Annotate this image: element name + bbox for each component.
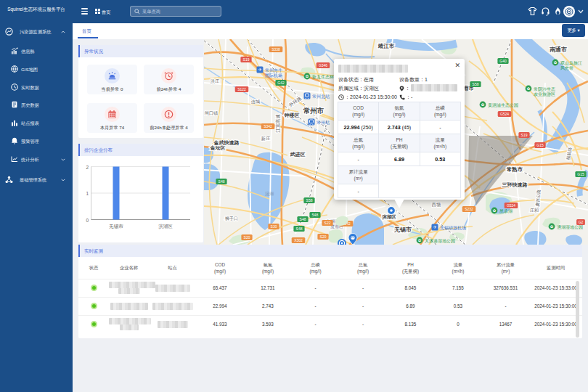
svg-text:金武快速路: 金武快速路 (213, 140, 240, 146)
svg-text:常阴沙生态: 常阴沙生态 (534, 86, 555, 92)
svg-text:S20: S20 (320, 234, 327, 239)
svg-text:新龙生态林: 新龙生态林 (312, 74, 335, 79)
svg-text:✿: ✿ (418, 238, 422, 242)
svg-text:庄和: 庄和 (530, 208, 539, 213)
svg-text:G2: G2 (579, 220, 584, 224)
svg-text:2: 2 (86, 165, 89, 170)
svg-text:S58: S58 (473, 82, 479, 86)
svg-text:连城: 连城 (251, 99, 261, 105)
svg-text:国际机场: 国际机场 (265, 73, 282, 78)
svg-text:✿: ✿ (527, 86, 531, 91)
svg-text:S342: S342 (264, 124, 272, 128)
svg-text:G15: G15 (536, 143, 544, 147)
svg-text:S48: S48 (219, 179, 225, 184)
svg-text:✿: ✿ (481, 102, 485, 107)
svg-text:常州市: 常州市 (303, 107, 324, 115)
svg-text:G15: G15 (577, 172, 584, 176)
svg-text:三环快速路: 三环快速路 (502, 182, 528, 188)
svg-text:双山岛旅江: 双山岛旅江 (560, 60, 582, 65)
svg-text:江宜高速: 江宜高速 (275, 114, 281, 133)
svg-text:黄泗浦生态公园: 黄泗浦生态公园 (488, 102, 518, 108)
svg-text:金坛区: 金坛区 (210, 145, 226, 151)
svg-text:常州站: 常州站 (317, 121, 330, 126)
svg-text:S19: S19 (243, 57, 250, 62)
svg-text:S48: S48 (296, 226, 303, 231)
svg-text:S48: S48 (300, 217, 306, 221)
svg-text:✿: ✿ (554, 60, 558, 65)
svg-text:S19: S19 (521, 133, 528, 137)
svg-text:昆承湖: 昆承湖 (499, 209, 513, 214)
svg-text:滆湖: 滆湖 (265, 192, 274, 196)
svg-text:S20: S20 (244, 235, 250, 240)
svg-text:G524: G524 (507, 203, 515, 208)
svg-text:西塘: 西塘 (431, 202, 441, 208)
svg-text:✿: ✿ (493, 208, 497, 213)
svg-text:S30: S30 (271, 224, 277, 229)
svg-text:滨湖区: 滨湖区 (382, 214, 396, 220)
svg-text:靖江市: 靖江市 (377, 43, 395, 49)
svg-text:S22: S22 (324, 221, 331, 225)
svg-text:无锡硕放机场: 无锡硕放机场 (440, 225, 466, 231)
svg-text:0: 0 (86, 218, 89, 223)
svg-text:S122: S122 (237, 87, 246, 91)
svg-text:狮子口: 狮子口 (225, 216, 238, 221)
svg-text:✿: ✿ (550, 224, 554, 229)
svg-text:南通市: 南通市 (550, 46, 567, 53)
svg-text:风光带: 风光带 (560, 66, 573, 71)
svg-text:548: 548 (312, 213, 319, 217)
svg-text:农业旅游区: 农业旅游区 (534, 91, 555, 97)
svg-text:1: 1 (86, 191, 89, 196)
svg-text:G524: G524 (500, 112, 509, 116)
svg-text:S58: S58 (306, 198, 313, 203)
svg-text:常州奔牛: 常州奔牛 (265, 68, 282, 73)
svg-text:S338: S338 (271, 47, 280, 52)
svg-text:✈: ✈ (258, 68, 261, 72)
svg-text:G40: G40 (499, 59, 507, 63)
svg-text:G346: G346 (319, 63, 327, 68)
svg-text:常熟市: 常熟市 (507, 166, 523, 173)
svg-text:S232: S232 (465, 207, 473, 211)
svg-text:武进区: 武进区 (290, 152, 306, 158)
svg-text:漕湖湿地公园: 漕湖湿地公园 (557, 224, 583, 230)
svg-text:滨湖区: 滨湖区 (158, 224, 173, 229)
svg-text:X302: X302 (294, 238, 303, 242)
svg-text:无锡市: 无锡市 (109, 224, 123, 229)
svg-text:✈: ✈ (433, 225, 436, 229)
svg-text:闸口镇: 闸口镇 (205, 110, 219, 116)
svg-text:洪庄: 洪庄 (211, 78, 219, 84)
svg-text:新庄: 新庄 (261, 136, 270, 141)
svg-text:钟楼区: 钟楼区 (284, 113, 300, 118)
svg-text:无锡市: 无锡市 (393, 226, 412, 233)
svg-text:大溪港湿地公园: 大溪港湿地公园 (425, 238, 455, 244)
svg-text:✿: ✿ (306, 74, 309, 78)
svg-text:常州北站: 常州北站 (312, 94, 330, 99)
svg-text:G42: G42 (277, 81, 285, 85)
